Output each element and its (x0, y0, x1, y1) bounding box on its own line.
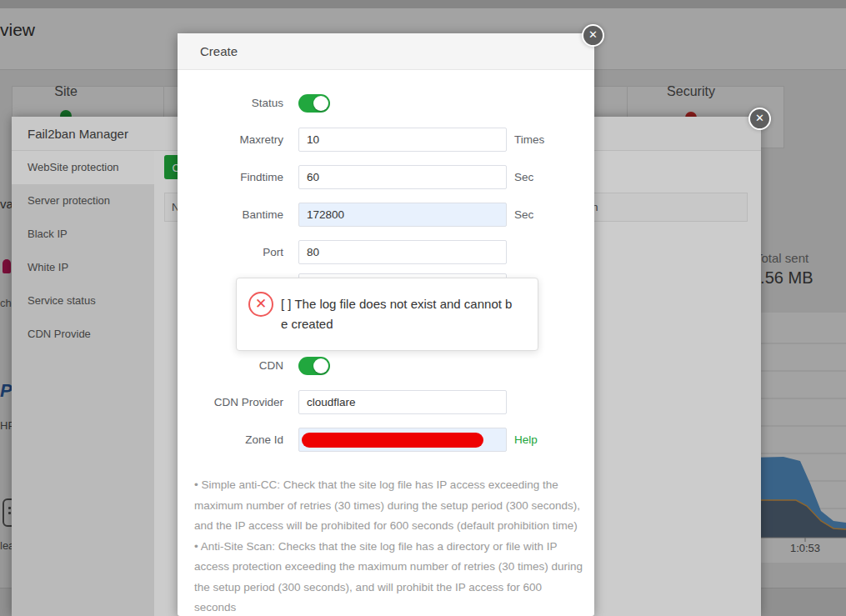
cdn-provider-input[interactable] (298, 390, 507, 414)
create-modal-header (178, 33, 594, 70)
bantime-label: Bantime (178, 203, 283, 227)
create-modal: Create Status Maxretry Times Findtime Se… (178, 33, 594, 616)
zone-id-label: Zone Id (178, 428, 283, 452)
findtime-unit: Sec (514, 165, 533, 189)
screen: view Site Security val che P HP- lea Tot… (0, 0, 846, 616)
redaction-bar (302, 433, 483, 448)
cdn-provider-label: CDN Provider (178, 390, 283, 414)
toggle-knob (313, 358, 328, 373)
cdn-label: CDN (178, 359, 283, 373)
toggle-knob (313, 96, 328, 111)
port-input[interactable] (298, 240, 507, 264)
create-modal-title: Create (200, 33, 238, 70)
findtime-input[interactable] (298, 165, 507, 189)
fail2ban-close-icon[interactable]: ✕ (748, 108, 771, 130)
maxretry-label: Maxretry (178, 128, 283, 152)
error-circle-x-icon: ✕ (248, 292, 273, 317)
error-line-1: [ ] The log file does not exist and cann… (281, 294, 535, 314)
bantime-input[interactable] (298, 203, 507, 227)
status-toggle[interactable] (298, 94, 330, 113)
maxretry-unit: Times (514, 128, 544, 152)
error-line-2: e created (281, 314, 535, 334)
cdn-toggle[interactable] (298, 357, 330, 375)
create-modal-close-icon[interactable]: ✕ (582, 24, 604, 47)
status-label: Status (178, 97, 283, 110)
error-tooltip-text: [ ] The log file does not exist and cann… (281, 294, 535, 334)
bantime-unit: Sec (514, 203, 533, 227)
findtime-label: Findtime (178, 165, 283, 189)
maxretry-input[interactable] (298, 128, 507, 152)
help-notes: • Simple anti-CC: Check that the site lo… (194, 475, 586, 616)
help-link[interactable]: Help (514, 428, 538, 452)
port-label: Port (178, 240, 283, 264)
